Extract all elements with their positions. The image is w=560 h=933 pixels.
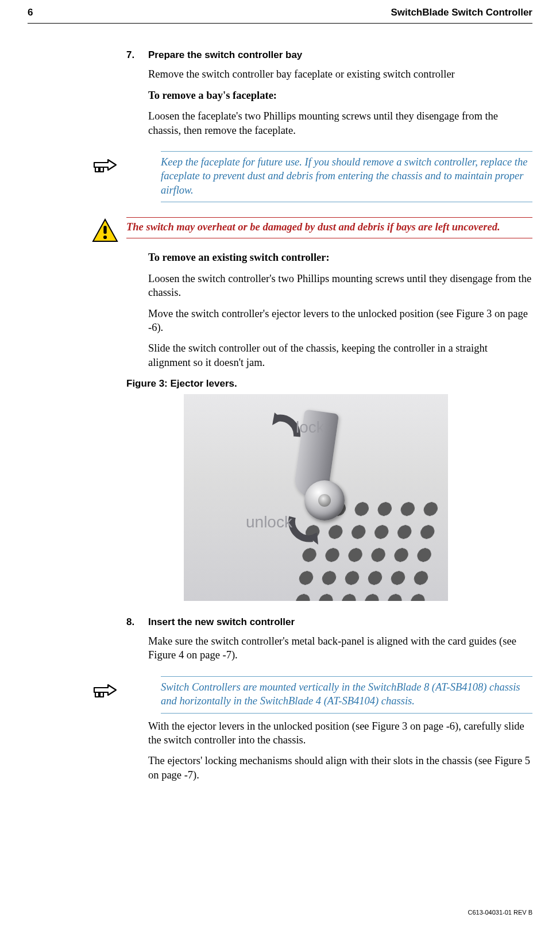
page: 6 SwitchBlade Switch Controller 7. Prepa…	[0, 0, 560, 782]
after-note-body: With the ejector levers in the unlocked …	[148, 719, 532, 782]
paragraph: Make sure the switch controller's metal …	[148, 634, 532, 662]
running-header: 6 SwitchBlade Switch Controller	[28, 7, 532, 20]
warning-text: The switch may overheat or be damaged by…	[126, 220, 532, 234]
paragraph: Remove the switch controller bay facepla…	[148, 67, 532, 81]
footer-doc-id: C613-04031-01 REV B	[468, 909, 532, 916]
step-8-heading: 8. Insert the new switch controller	[126, 616, 532, 629]
subheading: To remove a bay's faceplate:	[148, 88, 532, 102]
remove-existing-block: To remove an existing switch controller:…	[148, 250, 532, 369]
warning-icon	[92, 218, 118, 242]
figure-label-unlock: unlock	[246, 512, 292, 533]
step-title: Insert the new switch controller	[148, 616, 295, 629]
pointing-hand-icon	[92, 680, 118, 700]
figure-label-lock: lock	[296, 417, 325, 438]
paragraph: Move the switch controller's ejector lev…	[148, 307, 532, 335]
step-number: 7.	[126, 49, 139, 61]
figure-caption: Figure 3: Ejector levers.	[126, 377, 532, 390]
paragraph: With the ejector levers in the unlocked …	[148, 719, 532, 747]
figure-3-image: lock unlock	[184, 394, 448, 601]
page-number: 6	[28, 7, 33, 18]
step-number: 8.	[126, 616, 139, 629]
subheading: To remove an existing switch controller:	[148, 250, 532, 264]
paragraph: Slide the switch controller out of the c…	[148, 341, 532, 369]
content-column: 7. Prepare the switch controller bay Rem…	[126, 24, 532, 782]
paragraph: Loosen the faceplate's two Phillips moun…	[148, 109, 532, 137]
svg-point-1	[103, 236, 107, 239]
step-7-body: Remove the switch controller bay facepla…	[148, 67, 532, 137]
step-8-body: Make sure the switch controller's metal …	[148, 634, 532, 662]
header-title: SwitchBlade Switch Controller	[391, 7, 532, 18]
paragraph: The ejectors' locking mechanisms should …	[148, 754, 532, 782]
svg-rect-0	[103, 226, 106, 234]
note-callout: Keep the faceplate for future use. If yo…	[92, 151, 532, 202]
warning-callout: The switch may overheat or be damaged by…	[92, 217, 532, 242]
step-title: Prepare the switch controller bay	[148, 49, 302, 61]
step-7-heading: 7. Prepare the switch controller bay	[126, 49, 532, 61]
note-text: Switch Controllers are mounted verticall…	[161, 680, 532, 708]
pointing-hand-icon	[92, 155, 118, 175]
paragraph: Loosen the switch controller's two Phill…	[148, 272, 532, 300]
note-callout: Switch Controllers are mounted verticall…	[92, 676, 532, 714]
note-text: Keep the faceplate for future use. If yo…	[161, 155, 532, 197]
